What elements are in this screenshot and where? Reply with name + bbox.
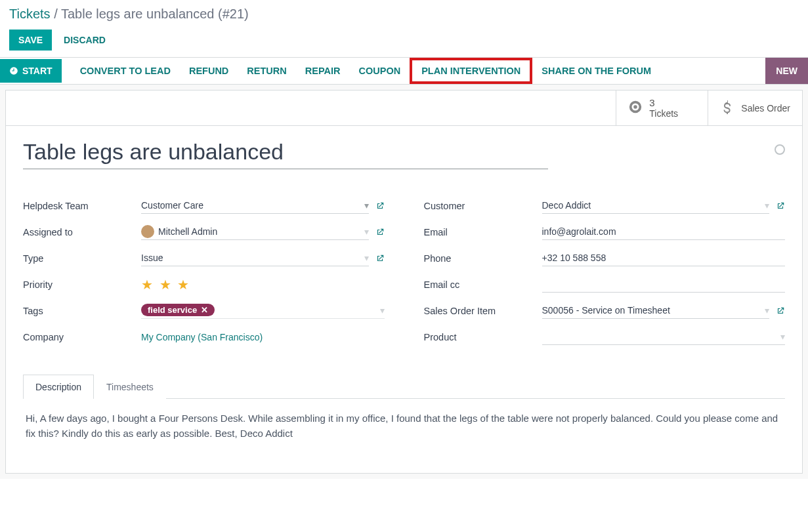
label-email-cc: Email cc bbox=[424, 279, 542, 290]
label-helpdesk-team: Helpdesk Team bbox=[23, 201, 141, 211]
field-type[interactable]: Issue ▾ bbox=[141, 251, 369, 266]
return-button[interactable]: RETURN bbox=[247, 58, 286, 84]
priority-stars[interactable]: ★ ★ ★ bbox=[141, 277, 190, 292]
external-link-icon[interactable] bbox=[375, 253, 385, 264]
breadcrumb-sep: / bbox=[54, 7, 61, 21]
tab-timesheets[interactable]: Timesheets bbox=[94, 375, 166, 399]
label-phone: Phone bbox=[424, 253, 542, 264]
field-customer[interactable]: Deco Addict ▾ bbox=[542, 198, 770, 214]
dollar-icon bbox=[720, 100, 734, 116]
external-link-icon[interactable] bbox=[776, 201, 785, 211]
label-tags: Tags bbox=[23, 306, 141, 316]
caret-down-icon[interactable]: ▾ bbox=[380, 305, 385, 316]
stat-tickets-count: 3 bbox=[649, 97, 678, 108]
label-assigned-to: Assigned to bbox=[23, 227, 141, 237]
label-company: Company bbox=[23, 332, 141, 342]
breadcrumb: Tickets / Table legs are unbalanced (#21… bbox=[9, 7, 799, 22]
convert-to-lead-button[interactable]: CONVERT TO LEAD bbox=[80, 58, 171, 84]
discard-button[interactable]: DISCARD bbox=[64, 35, 106, 45]
field-phone[interactable]: +32 10 588 558 bbox=[542, 251, 786, 266]
coupon-button[interactable]: COUPON bbox=[358, 58, 400, 84]
breadcrumb-title: Table legs are unbalanced (#21) bbox=[61, 7, 249, 21]
tag-remove-icon[interactable]: ✕ bbox=[201, 305, 208, 315]
external-link-icon[interactable] bbox=[776, 306, 785, 316]
breadcrumb-root[interactable]: Tickets bbox=[9, 7, 51, 21]
start-button[interactable]: START bbox=[0, 59, 62, 83]
refund-button[interactable]: REFUND bbox=[189, 58, 228, 84]
tag-field-service[interactable]: field service ✕ bbox=[141, 304, 215, 316]
external-link-icon[interactable] bbox=[375, 227, 385, 237]
caret-down-icon[interactable]: ▾ bbox=[364, 200, 369, 211]
caret-down-icon[interactable]: ▾ bbox=[364, 253, 369, 263]
label-so-item: Sales Order Item bbox=[424, 306, 542, 316]
stat-tickets[interactable]: 3 Tickets bbox=[616, 91, 708, 125]
label-product: Product bbox=[424, 332, 542, 342]
kanban-state-dot[interactable] bbox=[775, 144, 785, 155]
field-company[interactable]: My Company (San Francisco) bbox=[141, 332, 263, 342]
plan-intervention-button[interactable]: PLAN INTERVENTION bbox=[421, 66, 521, 76]
external-link-icon[interactable] bbox=[375, 201, 385, 211]
stat-sales-order-label: Sales Order bbox=[741, 103, 790, 113]
caret-down-icon[interactable]: ▾ bbox=[765, 200, 769, 211]
label-priority: Priority bbox=[23, 279, 141, 290]
stat-sales-order[interactable]: Sales Order bbox=[708, 91, 802, 125]
label-type: Type bbox=[23, 253, 141, 264]
ticket-title-input[interactable] bbox=[23, 139, 548, 169]
avatar bbox=[141, 225, 154, 238]
field-helpdesk-team[interactable]: Customer Care ▾ bbox=[141, 198, 369, 214]
field-product[interactable]: ▾ bbox=[542, 329, 786, 345]
repair-button[interactable]: REPAIR bbox=[305, 58, 341, 84]
description-body[interactable]: Hi, A few days ago, I bought a Four Pers… bbox=[23, 399, 785, 453]
field-email[interactable]: info@agrolait.com bbox=[542, 224, 786, 240]
share-forum-button[interactable]: SHARE ON THE FORUM bbox=[542, 58, 651, 84]
caret-down-icon[interactable]: ▾ bbox=[364, 226, 369, 237]
plan-intervention-highlight: PLAN INTERVENTION bbox=[410, 58, 532, 84]
label-email: Email bbox=[424, 227, 542, 237]
field-so-item[interactable]: S00056 - Service on Timesheet ▾ bbox=[542, 303, 770, 319]
field-email-cc[interactable] bbox=[542, 277, 786, 293]
label-customer: Customer bbox=[424, 201, 542, 211]
tab-description[interactable]: Description bbox=[23, 375, 94, 399]
stage-new[interactable]: NEW bbox=[765, 58, 808, 84]
field-tags[interactable]: field service ✕ ▾ bbox=[141, 303, 385, 319]
stat-tickets-label: Tickets bbox=[649, 108, 678, 119]
field-assigned-to[interactable]: Mitchell Admin ▾ bbox=[141, 224, 369, 240]
save-button[interactable]: SAVE bbox=[9, 30, 52, 51]
clock-icon bbox=[9, 66, 18, 75]
caret-down-icon[interactable]: ▾ bbox=[780, 331, 785, 342]
lifebuoy-icon bbox=[628, 100, 643, 116]
caret-down-icon[interactable]: ▾ bbox=[765, 305, 769, 316]
